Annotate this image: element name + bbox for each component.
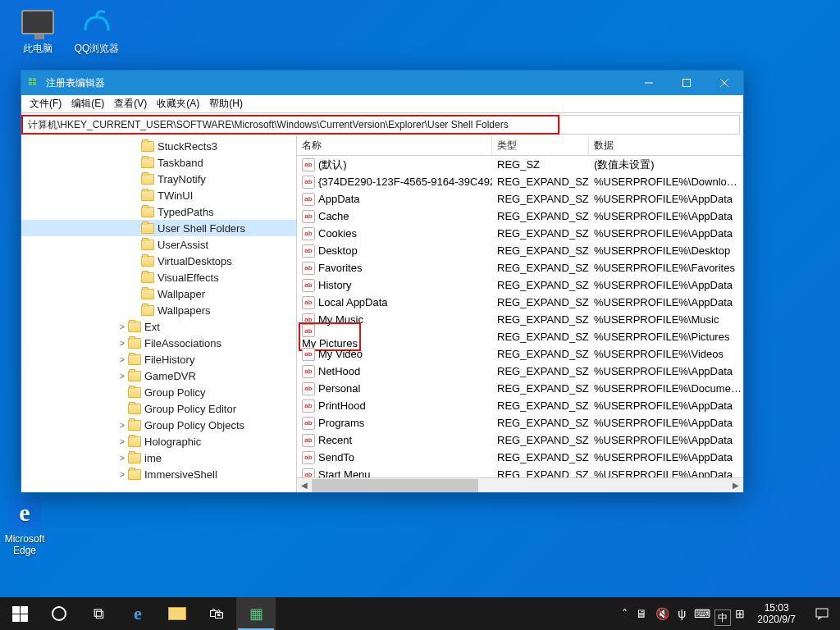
col-type[interactable]: 类型 [492, 136, 589, 155]
tree-node[interactable]: ›UserAssist [21, 236, 296, 253]
menu-help[interactable]: 帮助(H) [204, 95, 248, 112]
value-row[interactable]: PersonalREG_EXPAND_SZ%USERPROFILE%\Docum… [297, 380, 743, 397]
value-row[interactable]: My VideoREG_EXPAND_SZ%USERPROFILE%\Video… [297, 345, 743, 363]
value-row[interactable]: HistoryREG_EXPAND_SZ%USERPROFILE%\AppDat… [297, 276, 743, 294]
minimize-button[interactable] [630, 71, 668, 95]
tree-node[interactable]: ›Wallpapers [21, 302, 296, 318]
desktop-icon-edge[interactable]: Microsoft Edge [0, 495, 54, 556]
value-row[interactable]: Start MenuREG_EXPAND_SZ%USERPROFILE%\App… [297, 466, 743, 477]
menu-view[interactable]: 查看(V) [109, 95, 152, 112]
tree-label: StuckRects3 [158, 140, 217, 153]
maximize-button[interactable] [668, 71, 705, 95]
desktop-icon-qq[interactable]: QQ浏览器 [67, 5, 126, 54]
tree-node[interactable]: ›Taskband [21, 154, 296, 171]
value-row[interactable]: Local AppDataREG_EXPAND_SZ%USERPROFILE%\… [297, 294, 743, 311]
col-data[interactable]: 数据 [589, 136, 743, 155]
value-data: %USERPROFILE%\Videos [589, 348, 743, 360]
menu-edit[interactable]: 编辑(E) [66, 95, 109, 112]
address-bar[interactable]: 计算机\HKEY_CURRENT_USER\SOFTWARE\Microsoft… [21, 115, 559, 135]
tree-panel[interactable]: ›StuckRects3›Taskband›TrayNotify›TWinUI›… [21, 136, 297, 492]
titlebar[interactable]: 注册表编辑器 [21, 71, 743, 95]
list-header[interactable]: 名称 类型 数据 [297, 136, 743, 156]
value-data: %USERPROFILE%\AppData [589, 210, 743, 222]
hscrollbar[interactable]: ◀ ▶ [297, 477, 743, 492]
expand-icon[interactable]: > [116, 339, 128, 348]
value-name: Start Menu [297, 468, 492, 478]
expand-icon[interactable]: > [116, 421, 128, 430]
value-name: Local AppData [297, 296, 492, 309]
tree-node[interactable]: ›Wallpaper [21, 285, 296, 302]
value-row[interactable]: CacheREG_EXPAND_SZ%USERPROFILE%\AppData [297, 208, 743, 225]
value-row[interactable]: NetHoodREG_EXPAND_SZ%USERPROFILE%\AppDat… [297, 363, 743, 380]
taskbar-regedit[interactable]: ▦ [236, 597, 276, 630]
menu-fav[interactable]: 收藏夹(A) [152, 95, 204, 112]
value-row[interactable]: {374DE290-123F-4565-9164-39C4925…REG_EXP… [297, 173, 743, 190]
close-button[interactable] [705, 71, 743, 95]
start-button[interactable] [0, 597, 39, 630]
tray-volume-icon[interactable]: 🔇 [651, 597, 673, 630]
tree-node[interactable]: ›VirtualDesktops [21, 253, 296, 269]
label: 此电脑 [8, 43, 67, 54]
tree-node[interactable]: >Holographic [21, 433, 296, 450]
expand-icon[interactable]: > [116, 355, 128, 364]
tree-node[interactable]: >Group Policy Objects [21, 417, 296, 433]
expand-icon[interactable]: > [116, 372, 128, 381]
value-name: Cookies [297, 227, 492, 240]
expand-icon[interactable]: > [116, 322, 128, 331]
value-row[interactable]: (默认)REG_SZ(数值未设置) [297, 156, 743, 173]
expand-icon[interactable]: > [116, 454, 128, 463]
tray-keyboard-icon[interactable]: ⌨ [690, 597, 714, 630]
tree-node[interactable]: >FileAssociations [21, 335, 296, 351]
tree-node[interactable]: ›TrayNotify [21, 171, 296, 187]
taskbar-store[interactable]: 🛍 [197, 597, 236, 630]
expand-icon[interactable]: > [116, 437, 128, 446]
taskview-button[interactable]: ⧉ [79, 597, 118, 630]
tray-network-icon[interactable]: 🖥 [632, 597, 651, 630]
value-name: NetHood [297, 365, 492, 378]
value-row[interactable]: My PicturesREG_EXPAND_SZ%USERPROFILE%\Pi… [297, 328, 743, 345]
tray-ime[interactable]: 中 [714, 609, 731, 626]
desktop-icon-this-pc[interactable]: 此电脑 [8, 5, 67, 54]
expand-icon[interactable]: > [116, 470, 128, 479]
tree-label: GameDVR [144, 370, 196, 382]
tree-node[interactable]: ›Group Policy [21, 384, 296, 400]
search-button[interactable] [39, 597, 79, 630]
value-row[interactable]: RecentREG_EXPAND_SZ%USERPROFILE%\AppData [297, 431, 743, 449]
tree-node[interactable]: >Ext [21, 318, 296, 335]
tree-node[interactable]: >FileHistory [21, 351, 296, 368]
tree-node[interactable]: ›TWinUI [21, 187, 296, 203]
taskbar-edge[interactable]: e [118, 597, 158, 630]
value-row[interactable]: FavoritesREG_EXPAND_SZ%USERPROFILE%\Favo… [297, 259, 743, 276]
value-row[interactable]: DesktopREG_EXPAND_SZ%USERPROFILE%\Deskto… [297, 242, 743, 259]
folder-icon [141, 207, 154, 217]
tree-node[interactable]: >ImmersiveShell [21, 466, 296, 482]
tray-clock[interactable]: 15:03 2020/9/7 [749, 597, 804, 630]
tree-node[interactable]: ›StuckRects3 [21, 138, 296, 154]
taskbar-explorer[interactable] [158, 597, 197, 630]
tree-node[interactable]: ›User Shell Folders [21, 220, 296, 236]
scroll-right-icon[interactable]: ▶ [728, 479, 743, 492]
tree-label: Wallpaper [158, 288, 205, 300]
value-row[interactable]: SendToREG_EXPAND_SZ%USERPROFILE%\AppData [297, 449, 743, 466]
menu-file[interactable]: 文件(F) [25, 95, 66, 112]
tray-ime-icon[interactable]: ⊞ [731, 597, 749, 630]
list-body[interactable]: (默认)REG_SZ(数值未设置){374DE290-123F-4565-916… [297, 156, 743, 477]
col-name[interactable]: 名称 [297, 136, 492, 155]
value-row[interactable]: CookiesREG_EXPAND_SZ%USERPROFILE%\AppDat… [297, 225, 743, 242]
value-row[interactable]: AppDataREG_EXPAND_SZ%USERPROFILE%\AppDat… [297, 190, 743, 208]
tray-usb-icon[interactable]: ψ [673, 597, 690, 630]
value-row[interactable]: PrintHoodREG_EXPAND_SZ%USERPROFILE%\AppD… [297, 397, 743, 414]
tray-up-icon[interactable]: ˄ [618, 597, 632, 630]
scroll-thumb[interactable] [312, 479, 478, 492]
string-icon [302, 434, 315, 447]
tree-node[interactable]: >GameDVR [21, 368, 296, 384]
tree-node[interactable]: ›VisualEffects [21, 269, 296, 285]
tree-node[interactable]: ›Group Policy Editor [21, 400, 296, 417]
address-bar-tail[interactable] [559, 115, 740, 135]
scroll-left-icon[interactable]: ◀ [297, 479, 312, 492]
tree-node[interactable]: >ime [21, 450, 296, 466]
tree-node[interactable]: ›TypedPaths [21, 203, 296, 220]
tray-notifications-icon[interactable] [804, 597, 840, 630]
value-type: REG_EXPAND_SZ [492, 193, 589, 205]
value-row[interactable]: ProgramsREG_EXPAND_SZ%USERPROFILE%\AppDa… [297, 414, 743, 431]
